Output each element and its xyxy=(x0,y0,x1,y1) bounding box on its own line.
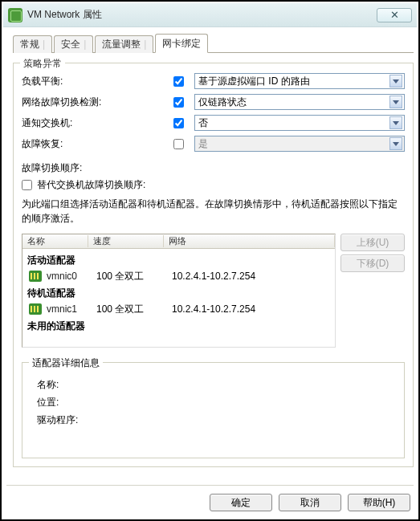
load-balancing-value: 基于源虚拟端口 ID 的路由 xyxy=(198,75,310,88)
tab-nic-teaming[interactable]: 网卡绑定 xyxy=(155,34,208,53)
adapter-list[interactable]: 名称 速度 网络 活动适配器 vmnic0 100 全双工 10.2.4.1-1… xyxy=(22,234,336,348)
override-failover-order-label: 替代交换机故障切换顺序: xyxy=(37,178,145,192)
cancel-button[interactable]: 取消 xyxy=(279,494,341,511)
window-title: VM Network 属性 xyxy=(27,8,377,22)
chevron-down-icon xyxy=(389,75,402,88)
titlebar: VM Network 属性 ✕ xyxy=(3,3,417,27)
col-network[interactable]: 网络 xyxy=(164,235,335,247)
ok-button[interactable]: 确定 xyxy=(210,494,272,511)
failback-select: 是 xyxy=(194,136,405,152)
failover-detection-value: 仅链路状态 xyxy=(198,96,247,109)
col-speed[interactable]: 速度 xyxy=(88,235,164,247)
adapter-details-legend: 适配器详细信息 xyxy=(29,356,103,370)
failover-order-label: 故障切换顺序: xyxy=(22,161,405,175)
tab-traffic-shaping[interactable]: 流量调整| xyxy=(95,35,153,53)
load-balancing-override-checkbox[interactable] xyxy=(173,76,184,87)
close-icon: ✕ xyxy=(390,9,399,21)
nic-name: vmnic0 xyxy=(47,271,96,282)
policy-exceptions-group: 策略异常 负载平衡: 基于源虚拟端口 ID 的路由 网络故障切换检测: 仅链路状… xyxy=(13,63,414,467)
load-balancing-label: 负载平衡: xyxy=(22,75,162,88)
notify-switches-override-checkbox[interactable] xyxy=(173,118,184,128)
app-logo-icon xyxy=(8,8,22,22)
chevron-down-icon xyxy=(389,116,402,129)
failover-note: 为此端口组选择活动适配器和待机适配器。在故障切换情形中，待机适配器按照以下指定的… xyxy=(22,197,405,226)
active-adapters-title: 活动适配器 xyxy=(27,254,335,267)
col-name[interactable]: 名称 xyxy=(22,235,88,247)
move-down-button[interactable]: 下移(D) xyxy=(340,254,405,272)
tab-general[interactable]: 常规| xyxy=(13,35,52,53)
unused-adapters-title: 未用的适配器 xyxy=(27,320,335,333)
nic-speed: 100 全双工 xyxy=(96,303,172,316)
failback-value: 是 xyxy=(198,137,208,151)
chevron-down-icon xyxy=(389,96,402,108)
failover-detection-override-checkbox[interactable] xyxy=(173,97,184,108)
standby-adapters-title: 待机适配器 xyxy=(27,287,335,300)
failover-detection-select[interactable]: 仅链路状态 xyxy=(194,94,405,110)
failback-label: 故障恢复: xyxy=(22,137,162,151)
chevron-down-icon xyxy=(389,137,402,150)
override-failover-order-checkbox[interactable] xyxy=(22,180,32,190)
adapter-list-header: 名称 速度 网络 xyxy=(22,234,335,249)
notify-switches-value: 否 xyxy=(198,116,208,130)
list-item[interactable]: vmnic1 100 全双工 10.2.4.1-10.2.7.254 xyxy=(26,302,335,316)
nic-name: vmnic1 xyxy=(47,303,96,315)
notify-switches-label: 通知交换机: xyxy=(22,116,162,130)
detail-name-label: 名称: xyxy=(37,376,396,393)
load-balancing-select[interactable]: 基于源虚拟端口 ID 的路由 xyxy=(194,73,405,89)
failover-detection-label: 网络故障切换检测: xyxy=(22,96,162,109)
detail-location-label: 位置: xyxy=(37,393,396,411)
list-item[interactable]: vmnic0 100 全双工 10.2.4.1-10.2.7.254 xyxy=(26,269,335,283)
adapter-details-group: 适配器详细信息 名称: 位置: 驱动程序: xyxy=(22,362,405,458)
tab-security[interactable]: 安全| xyxy=(54,35,93,53)
nic-network: 10.2.4.1-10.2.7.254 xyxy=(172,303,335,315)
nic-icon xyxy=(29,271,42,282)
nic-speed: 100 全双工 xyxy=(96,270,172,283)
detail-driver-label: 驱动程序: xyxy=(37,411,396,429)
tab-bar: 常规| 安全| 流量调整| 网卡绑定 xyxy=(13,35,414,53)
dialog-footer: 确定 取消 帮助(H) xyxy=(210,494,410,511)
nic-icon xyxy=(29,303,42,315)
close-button[interactable]: ✕ xyxy=(377,8,412,22)
failback-override-checkbox[interactable] xyxy=(173,139,184,149)
policy-exceptions-legend: 策略异常 xyxy=(20,57,65,71)
move-up-button[interactable]: 上移(U) xyxy=(340,234,405,251)
nic-network: 10.2.4.1-10.2.7.254 xyxy=(172,271,335,282)
notify-switches-select[interactable]: 否 xyxy=(194,115,405,131)
help-button[interactable]: 帮助(H) xyxy=(348,494,410,511)
